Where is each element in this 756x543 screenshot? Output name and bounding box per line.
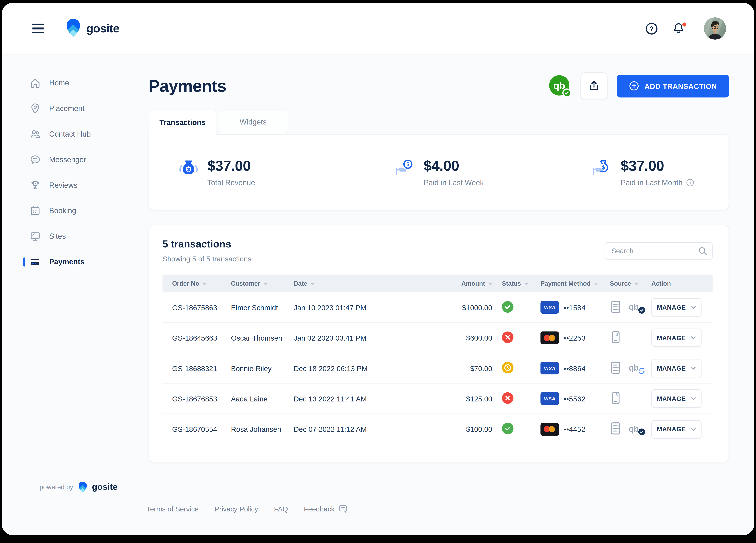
manage-button[interactable]: MANAGE bbox=[651, 329, 701, 347]
customer-cell: Bonnie Riley bbox=[221, 364, 284, 372]
link-faq[interactable]: FAQ bbox=[274, 505, 288, 513]
stat-value: $4.00 bbox=[424, 157, 484, 174]
table-row: GS-18688321 Bonnie Riley Dec 18 2022 06:… bbox=[162, 353, 713, 384]
order-no-cell: GS-18688321 bbox=[162, 364, 221, 372]
svg-text:$: $ bbox=[616, 393, 618, 397]
mobile-payment-icon: $ bbox=[610, 330, 622, 345]
placement-pin-icon bbox=[29, 102, 41, 114]
status-paid-icon bbox=[502, 423, 513, 436]
plus-circle-icon bbox=[629, 80, 639, 91]
customer-cell: Oscar Thomsen bbox=[221, 334, 284, 342]
manage-button[interactable]: MANAGE bbox=[651, 420, 701, 439]
sidebar-item-placement[interactable]: Placement bbox=[2, 95, 122, 121]
qb-syncing-icon bbox=[639, 368, 645, 374]
sidebar-item-payments[interactable]: Payments bbox=[2, 249, 122, 275]
column-header-payment-method[interactable]: Payment Method bbox=[531, 280, 600, 287]
status-cell bbox=[492, 301, 531, 314]
manage-button[interactable]: MANAGE bbox=[651, 359, 701, 378]
status-cell bbox=[492, 331, 531, 344]
app-window: gosite ? bbox=[0, 0, 756, 543]
amount-cell: $70.00 bbox=[446, 364, 492, 372]
payment-method-cell: VISA ••1584 bbox=[531, 301, 600, 314]
chevron-down-icon bbox=[690, 335, 696, 341]
column-header-source[interactable]: Source bbox=[600, 280, 642, 287]
sidebar-item-home[interactable]: Home bbox=[2, 70, 122, 95]
link-privacy-policy[interactable]: Privacy Policy bbox=[215, 505, 258, 513]
column-header-amount[interactable]: Amount bbox=[446, 280, 492, 287]
card-last4: ••5562 bbox=[564, 395, 586, 403]
card-last4: ••8864 bbox=[564, 364, 586, 372]
help-icon[interactable]: ? bbox=[645, 22, 658, 35]
sidebar-item-messenger[interactable]: Messenger bbox=[2, 147, 122, 172]
page-title: Payments bbox=[148, 76, 226, 95]
date-cell: Dec 18 2022 06:13 PM bbox=[284, 364, 446, 372]
booking-calendar-icon bbox=[29, 205, 41, 216]
source-cell: qb bbox=[600, 300, 642, 315]
mastercard-badge bbox=[540, 332, 559, 344]
stat-label: Paid in Last Month bbox=[621, 178, 683, 187]
manage-button[interactable]: MANAGE bbox=[651, 298, 701, 317]
source-cell: qb bbox=[600, 361, 642, 376]
search-input[interactable] bbox=[605, 242, 713, 259]
column-header-status[interactable]: Status bbox=[492, 280, 531, 287]
export-button[interactable] bbox=[580, 72, 607, 99]
table-row: GS-18670554 Rosa Johansen Dec 07 2022 11… bbox=[162, 414, 713, 444]
main-content: Payments qb bbox=[122, 55, 754, 462]
customer-cell: Elmer Schmidt bbox=[221, 303, 284, 312]
card-last4: ••2253 bbox=[564, 334, 586, 342]
column-header-date[interactable]: Date bbox=[284, 280, 446, 287]
order-no-cell: GS-18645663 bbox=[162, 334, 221, 342]
chevron-down-icon bbox=[690, 396, 696, 402]
action-cell: MANAGE bbox=[642, 298, 713, 317]
user-avatar[interactable] bbox=[704, 17, 726, 40]
mobile-payment-icon: $ bbox=[610, 391, 622, 406]
link-feedback[interactable]: Feedback bbox=[304, 504, 348, 513]
tab-transactions[interactable]: Transactions bbox=[148, 109, 216, 134]
table-row: GS-18676853 Aada Laine Dec 13 2022 11:41… bbox=[162, 384, 713, 414]
chevron-down-icon bbox=[690, 426, 696, 432]
status-failed-icon bbox=[502, 392, 513, 405]
manage-button[interactable]: MANAGE bbox=[651, 389, 701, 408]
date-cell: Jan 10 2023 01:47 PM bbox=[284, 303, 446, 312]
payment-method-cell: ••2253 bbox=[531, 332, 600, 344]
hamburger-menu-icon[interactable] bbox=[32, 24, 44, 33]
column-header-customer[interactable]: Customer bbox=[221, 280, 284, 287]
quickbooks-source-icon: qb bbox=[629, 425, 642, 434]
sidebar-item-booking[interactable]: Booking bbox=[2, 198, 122, 223]
status-pending-icon bbox=[502, 362, 513, 375]
feedback-chat-icon bbox=[338, 504, 348, 513]
sidebar-item-sites[interactable]: Sites bbox=[2, 223, 122, 249]
upload-icon bbox=[588, 80, 600, 92]
brand-logo[interactable]: gosite bbox=[66, 19, 119, 38]
sidebar-item-reviews[interactable]: Reviews bbox=[2, 172, 122, 198]
sort-caret-icon bbox=[524, 283, 528, 285]
stat-total-revenue: $ $37.00 Total Revenue bbox=[149, 157, 342, 187]
transactions-title: 5 transactions bbox=[162, 238, 251, 250]
stat-label: Paid in Last Week bbox=[424, 178, 484, 187]
status-failed-icon bbox=[502, 331, 513, 344]
add-transaction-button[interactable]: ADD TRANSACTION bbox=[616, 74, 729, 97]
column-header-action: Action bbox=[642, 280, 713, 287]
source-cell: qb bbox=[600, 422, 642, 437]
bell-icon[interactable] bbox=[672, 22, 687, 35]
amount-cell: $100.00 bbox=[446, 425, 492, 433]
contacts-icon bbox=[29, 128, 41, 140]
info-icon[interactable] bbox=[686, 178, 694, 187]
order-no-cell: GS-18675863 bbox=[162, 303, 221, 312]
status-cell bbox=[492, 362, 531, 375]
sidebar-item-contact-hub[interactable]: Contact Hub bbox=[2, 121, 122, 147]
svg-text:$: $ bbox=[187, 166, 190, 172]
column-header-order-no[interactable]: Order No bbox=[162, 280, 221, 287]
stat-paid-last-month: $ $37.00 Paid in Last Month bbox=[535, 157, 728, 187]
svg-text:$: $ bbox=[602, 164, 605, 170]
status-cell bbox=[492, 392, 531, 405]
notification-dot bbox=[682, 22, 686, 26]
quickbooks-connected-badge[interactable]: qb bbox=[548, 74, 571, 97]
mastercard-badge bbox=[540, 423, 559, 436]
home-icon bbox=[29, 77, 41, 88]
source-cell: $ bbox=[600, 330, 642, 345]
sort-caret-icon bbox=[488, 283, 492, 285]
tab-widgets[interactable]: Widgets bbox=[218, 109, 288, 134]
date-cell: Jan 02 2023 03:41 PM bbox=[284, 334, 446, 342]
link-terms-of-service[interactable]: Terms of Service bbox=[147, 505, 199, 513]
